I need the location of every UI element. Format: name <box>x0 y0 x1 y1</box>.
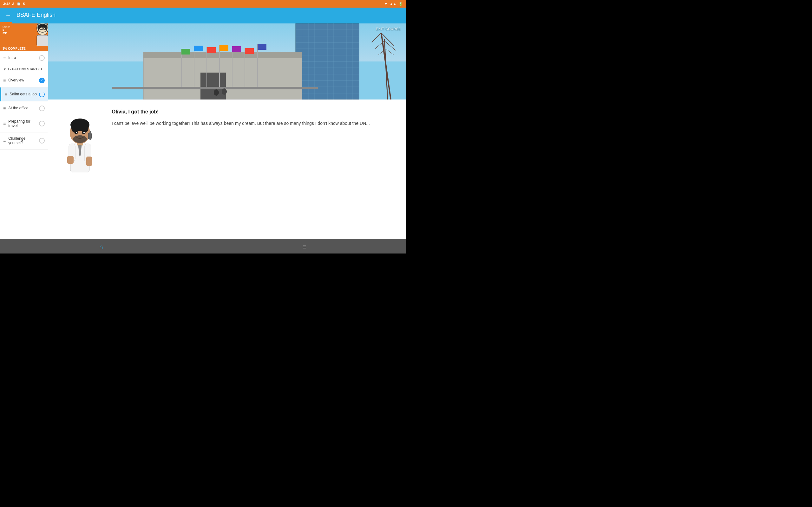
exit-course-button[interactable]: EXIT COURSE <box>376 27 401 31</box>
svg-rect-34 <box>182 49 190 55</box>
svg-rect-69 <box>90 131 91 140</box>
bottom-nav: ⌂ ≡ <box>0 239 406 253</box>
travel-menu-icon: ≡ <box>3 121 6 126</box>
svg-rect-5 <box>37 35 48 46</box>
overview-status: ✓ <box>39 78 45 83</box>
salim-character-svg <box>58 109 102 172</box>
chevron-down-icon: ▼ <box>3 67 6 71</box>
status-icon-s: S <box>23 2 25 6</box>
sidebar-item-overview[interactable]: ≡ Overview ✓ <box>0 73 48 88</box>
svg-rect-71 <box>86 157 92 166</box>
svg-point-65 <box>76 132 77 133</box>
travel-label: Preparing for travel <box>8 119 39 128</box>
character-banner-image <box>26 23 48 46</box>
svg-rect-30 <box>143 52 302 58</box>
svg-point-66 <box>84 132 85 133</box>
office-status <box>39 106 45 111</box>
hero-svg <box>48 23 406 100</box>
character-svg <box>26 23 48 46</box>
app-title: BSAFE English <box>16 12 55 18</box>
intro-menu-icon: ≡ <box>3 55 6 60</box>
intro-status <box>39 55 45 61</box>
battery-icon: 🔋 <box>398 2 403 6</box>
svg-point-61 <box>71 123 79 133</box>
salim-status <box>39 92 45 97</box>
status-right: ▼ ▲▲ 🔋 <box>384 2 403 6</box>
intro-label: Intro <box>8 55 39 60</box>
office-label: At the office <box>8 106 39 110</box>
salim-menu-icon: ≡ <box>4 92 7 97</box>
svg-rect-38 <box>207 47 216 53</box>
svg-point-56 <box>222 89 227 95</box>
svg-rect-46 <box>258 44 266 50</box>
svg-rect-44 <box>245 48 254 54</box>
challenge-status <box>39 138 45 144</box>
svg-point-55 <box>214 89 219 96</box>
svg-rect-32 <box>112 87 318 89</box>
svg-point-62 <box>81 123 89 133</box>
progress-label: 3% COMPLETE <box>0 46 48 51</box>
sidebar-item-salim-gets-a-job[interactable]: ≡ Salim gets a job <box>0 88 48 101</box>
content-area: EXIT COURSE <box>48 23 406 239</box>
challenge-label: Challenge yourself! <box>8 136 39 146</box>
status-icon-a: A <box>12 2 14 6</box>
story-section: Olivia, I got the job! I can't believe w… <box>48 100 406 183</box>
travel-status <box>39 121 45 126</box>
hero-image: EXIT COURSE <box>48 23 406 100</box>
svg-rect-36 <box>194 46 203 51</box>
overview-label: Overview <box>8 78 39 82</box>
status-left: 3:42 A 📋 S <box>3 2 25 6</box>
home-nav-button[interactable]: ⌂ <box>87 241 116 253</box>
sidebar-item-at-the-office[interactable]: ≡ At the office <box>0 101 48 115</box>
status-icon-clipboard: 📋 <box>16 2 21 6</box>
svg-rect-40 <box>219 45 229 51</box>
back-button[interactable]: ← <box>5 11 11 19</box>
svg-point-67 <box>73 135 87 143</box>
dialogue-body: I can't believe we'll be working togethe… <box>112 120 370 127</box>
sidebar-item-challenge-yourself[interactable]: ≡ Challenge yourself! <box>0 132 48 150</box>
undss-text: UNDSS <box>3 26 10 28</box>
svg-rect-31 <box>200 72 226 100</box>
office-menu-icon: ≡ <box>3 106 6 111</box>
sidebar-item-intro[interactable]: ≡ Intro <box>0 51 48 65</box>
bsafe-brand: bsafe <box>3 28 10 35</box>
sidebar: UNDSS bsafe 🔍 <box>0 23 48 239</box>
story-text: Olivia, I got the job! I can't believe w… <box>112 109 370 127</box>
sidebar-item-preparing-travel[interactable]: ≡ Preparing for travel <box>0 115 48 132</box>
bsafe-logo: UNDSS bsafe <box>3 26 10 35</box>
character-illustration <box>58 109 102 174</box>
wifi-icon: ▼ <box>384 2 388 6</box>
dialogue-title: Olivia, I got the job! <box>112 109 370 115</box>
course-banner: UNDSS bsafe 🔍 <box>0 23 48 46</box>
status-time: 3:42 <box>3 2 10 6</box>
overview-menu-icon: ≡ <box>3 78 6 83</box>
section-label: 1 - GETTING STARTED <box>8 67 42 71</box>
section-getting-started[interactable]: ▼ 1 - GETTING STARTED <box>0 65 48 73</box>
app-bar: ← BSAFE English <box>0 8 406 22</box>
svg-rect-42 <box>232 46 241 52</box>
signal-icon: ▲▲ <box>390 2 397 6</box>
main-layout: UNDSS bsafe 🔍 <box>0 23 406 239</box>
status-bar: 3:42 A 📋 S ▼ ▲▲ 🔋 <box>0 0 406 8</box>
challenge-menu-icon: ≡ <box>3 138 6 143</box>
salim-label: Salim gets a job <box>9 92 39 96</box>
menu-nav-button[interactable]: ≡ <box>290 241 319 253</box>
svg-rect-74 <box>67 156 73 164</box>
